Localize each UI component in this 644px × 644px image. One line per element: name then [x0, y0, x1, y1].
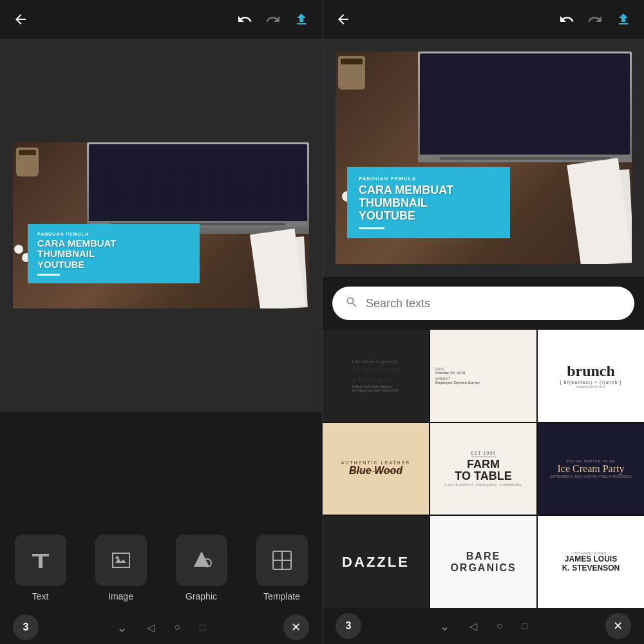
right-canvas-area: PANDUAN PEMULA CARA MEMBUATTHUMBNAILYOUT…: [323, 39, 644, 277]
farm-est: EST 1995: [471, 451, 496, 457]
left-close-button[interactable]: ✕: [283, 614, 309, 640]
icecream-preview: YOU'RE INVITED TO AN Ice Cream Party SEP…: [538, 423, 644, 515]
memo-subject-row: SUBJECT Employee Opinion Survey: [435, 377, 531, 384]
icecream-main: Ice Cream Party: [558, 463, 625, 475]
james-main: JAMES LOUISK. STEVENSON: [562, 555, 620, 572]
search-icon: [345, 296, 358, 312]
left-undo-button[interactable]: [237, 12, 252, 27]
left-share-button[interactable]: [294, 12, 309, 27]
farm-sub: CALIFORNIA ORGANIC FARMING: [444, 483, 522, 487]
right-chevron-down-icon: ⌄: [439, 618, 450, 634]
left-big-text: CARA MEMBUATTHUMBNAILYOUTUBE: [37, 238, 190, 270]
right-back-nav-icon[interactable]: ◁: [469, 620, 477, 632]
graphic-tool-icon-box: [176, 535, 227, 586]
right-back-button[interactable]: [336, 12, 351, 27]
right-square-icon[interactable]: □: [522, 621, 527, 631]
left-square-icon[interactable]: □: [200, 622, 205, 632]
right-text-line: [359, 227, 384, 229]
text-option-bare[interactable]: BAREORGANICS: [430, 516, 536, 608]
laptop-screen: [89, 144, 307, 227]
right-big-text: CARA MEMBUATTHUMBNAILYOUTUBE: [359, 184, 498, 222]
graphic-tool-label: Graphic: [185, 591, 217, 601]
right-keyboard-bar: [439, 157, 610, 160]
text-option-dazzle[interactable]: DAZZLE: [323, 516, 429, 608]
right-topbar: [323, 0, 644, 39]
left-chevron-down-icon: ⌄: [117, 620, 128, 635]
text-option-memo[interactable]: DATE October 25, 2019 SUBJECT Employee O…: [430, 330, 536, 422]
right-small-text: PANDUAN PEMULA: [359, 176, 498, 182]
right-thumbnail[interactable]: PANDUAN PEMULA CARA MEMBUATTHUMBNAILYOUT…: [336, 52, 632, 264]
leather-top: AUTHENTIC LEATHER: [341, 460, 411, 465]
right-close-button[interactable]: ✕: [605, 613, 631, 639]
right-panel: PANDUAN PEMULA CARA MEMBUATTHUMBNAILYOUT…: [322, 0, 644, 644]
brunch-sub: [ br(eakfast) + (l)unch ]: [560, 380, 622, 384]
brunch-preview: brunch [ br(eakfast) + (l)unch ] www.bru…: [538, 330, 644, 422]
text-tool-icon-box: [15, 535, 66, 586]
dazzle-main: DAZZLE: [342, 554, 410, 571]
right-screen-texture: [420, 53, 629, 155]
image-icon: [109, 549, 133, 572]
left-canvas-area: PANDUAN PEMULA CARA MEMBUATTHUMBNAILYOUT…: [0, 39, 322, 412]
text-option-leather[interactable]: AUTHENTIC LEATHER Blue Wood: [323, 423, 429, 515]
text-option-brunch[interactable]: brunch [ br(eakfast) + (l)unch ] www.bru…: [538, 330, 644, 422]
template-tool-item[interactable]: Template: [242, 535, 322, 601]
image-tool-icon-box: [95, 535, 147, 586]
coffee-liquid: [19, 150, 36, 155]
james-preview: This award is pres... JAMES LOUISK. STEV…: [538, 516, 644, 608]
right-undo-button[interactable]: [559, 12, 574, 27]
text-tool-label: Text: [32, 591, 49, 601]
graphic-tool-item[interactable]: Graphic: [161, 535, 242, 601]
left-home-icon[interactable]: ○: [174, 621, 180, 633]
search-input[interactable]: [366, 297, 621, 310]
search-bar-area: [323, 277, 644, 330]
left-nav-icons: ⌄ ◁ ○ □: [117, 620, 205, 635]
right-laptop-body: [418, 52, 631, 162]
right-nav-icons: ⌄ ◁ ○ □: [439, 618, 527, 634]
baby-girl-big: We are havinga baby girl!: [352, 365, 399, 384]
toolbar-items-container: Text Image: [0, 528, 322, 608]
left-thumbnail[interactable]: PANDUAN PEMULA CARA MEMBUATTHUMBNAILYOUT…: [13, 142, 309, 308]
text-option-icecream[interactable]: YOU'RE INVITED TO AN Ice Cream Party SEP…: [538, 423, 644, 515]
right-coffee-liquid: [341, 59, 363, 64]
left-back-nav-icon[interactable]: ◁: [147, 621, 155, 634]
text-option-baby-girl[interactable]: Our family is growing. We are havinga ba…: [323, 330, 429, 422]
graphic-icon: [190, 549, 213, 572]
left-small-text: PANDUAN PEMULA: [37, 232, 190, 236]
template-tool-icon-box: [256, 535, 308, 586]
right-bottom-actions: 3 ⌄ ◁ ○ □ ✕: [323, 608, 644, 644]
dazzle-preview: DAZZLE: [323, 516, 429, 608]
coffee-cup: [16, 147, 39, 176]
farm-main: FARMTO TABLE: [455, 459, 511, 482]
text-tool-item[interactable]: Text: [0, 535, 80, 601]
left-empty-area: [0, 412, 322, 528]
search-bar[interactable]: [332, 287, 634, 320]
left-blue-textbox[interactable]: PANDUAN PEMULA CARA MEMBUATTHUMBNAILYOUT…: [28, 224, 200, 284]
left-redo-button[interactable]: [265, 12, 281, 27]
right-redo-button[interactable]: [587, 12, 603, 27]
right-topbar-actions: [559, 12, 631, 27]
left-back-button[interactable]: [13, 12, 28, 27]
bare-preview: BAREORGANICS: [430, 516, 536, 608]
right-share-button[interactable]: [616, 12, 631, 27]
brunch-url: www.brunch.com: [576, 384, 606, 388]
brunch-main: brunch: [567, 363, 615, 380]
memo-preview: DATE October 25, 2019 SUBJECT Employee O…: [430, 330, 536, 422]
right-laptop-screen: [420, 53, 629, 155]
left-topbar-actions: [237, 12, 309, 27]
leather-main: Blue Wood: [349, 465, 402, 477]
right-blue-textbox[interactable]: PANDUAN PEMULA CARA MEMBUATTHUMBNAILYOUT…: [347, 167, 510, 238]
memo-date-label: DATE October 25, 2019: [435, 367, 465, 375]
template-icon: [270, 549, 294, 572]
svg-point-0: [115, 556, 118, 560]
left-page-badge[interactable]: 3: [13, 614, 39, 640]
right-home-icon[interactable]: ○: [497, 620, 503, 632]
baby-girl-names: Hillary and Chris Johnsonare expecting t…: [352, 384, 399, 392]
text-option-james[interactable]: This award is pres... JAMES LOUISK. STEV…: [538, 516, 644, 608]
image-tool-item[interactable]: Image: [80, 535, 161, 601]
memo-date-row: DATE October 25, 2019: [435, 367, 531, 375]
baby-girl-small: Our family is growing.: [352, 359, 399, 365]
laptop-body: [87, 142, 309, 234]
text-options-grid: Our family is growing. We are havinga ba…: [323, 330, 644, 608]
right-page-badge[interactable]: 3: [336, 613, 361, 639]
text-option-farm[interactable]: EST 1995 FARMTO TABLE CALIFORNIA ORGANIC…: [430, 423, 536, 515]
